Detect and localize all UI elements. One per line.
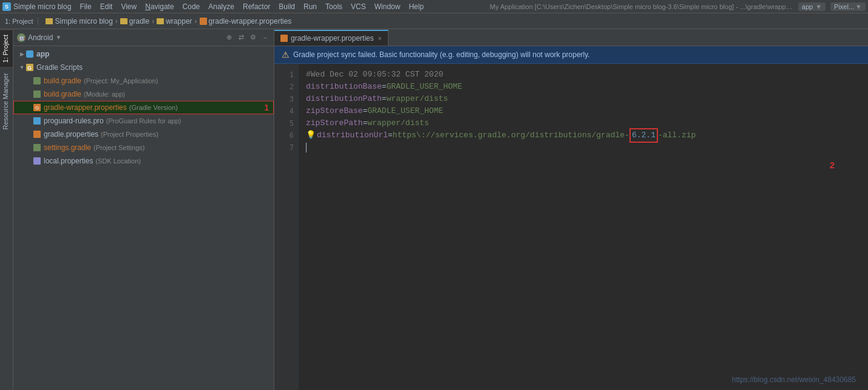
tree-sublabel-gradle-properties: (Project Properties) [101, 131, 158, 138]
project-panel: 🤖 Android ▼ ⊕ ⇄ ⚙ − ▶ app ▼ G G [13, 29, 274, 390]
menu-vcs[interactable]: VCS [347, 1, 370, 13]
app-name-label: Simple micro blog [13, 2, 71, 11]
light-bulb-icon: 💡 [306, 129, 316, 142]
editor-panel: gradle-wrapper.properties × ⚠ Gradle pro… [274, 29, 868, 390]
tab-label: gradle-wrapper.properties [291, 34, 374, 43]
tree-item-local-properties[interactable]: local.properties (SDK Location) [13, 154, 274, 168]
run-config[interactable]: app ▼ [798, 2, 826, 11]
sync-btn[interactable]: ⊕ [224, 33, 234, 43]
tree-arrow-app[interactable]: ▶ [18, 50, 25, 58]
settings-gradle-icon [33, 143, 41, 152]
code-key-2: distributionBase [306, 81, 382, 93]
sync-warning-bar: ⚠ Gradle project sync failed. Basic func… [274, 46, 868, 64]
bc-project: Simple micro blog [55, 17, 112, 26]
code-key-4: zipStoreBase [306, 105, 363, 117]
menu-edit[interactable]: Edit [97, 1, 117, 13]
tree-arrow-gradle-scripts[interactable]: ▼ [18, 64, 25, 71]
project-tab[interactable]: 1: Project [0, 29, 13, 67]
code-eq-6: = [388, 129, 393, 142]
line-num-7: 7 [274, 142, 299, 154]
breadcrumb-file[interactable]: gradle-wrapper.properties [200, 17, 292, 26]
wrapper-folder-icon [157, 18, 164, 24]
menu-help[interactable]: Help [405, 1, 427, 13]
resource-manager-tab[interactable]: Resource Manager [0, 67, 13, 135]
text-cursor [306, 143, 307, 152]
code-eq-3: = [382, 93, 387, 105]
code-editor[interactable]: 1 2 3 4 5 6 7 #Wed Dec 02 09:05:32 CST 2… [274, 64, 868, 390]
code-val-4: GRADLE_USER_HOME [367, 105, 443, 117]
properties-file-icon [200, 18, 207, 25]
annotation-1: 1 [264, 103, 269, 112]
tree-item-gradle-properties[interactable]: gradle.properties (Project Properties) [13, 128, 274, 141]
menu-tools[interactable]: Tools [322, 1, 346, 13]
menu-right: My Application [C:\Users\Zichen\Desktop\… [490, 2, 866, 11]
tree-item-gradle-wrapper[interactable]: G gradle-wrapper.properties (Gradle Vers… [13, 101, 274, 114]
code-key-3: distributionPath [306, 93, 382, 105]
code-line-1: #Wed Dec 02 09:05:32 CST 2020 [306, 69, 861, 81]
code-eq-2: = [382, 81, 387, 93]
menu-window[interactable]: Window [371, 1, 404, 13]
breadcrumb-wrapper[interactable]: wrapper [157, 17, 192, 26]
panel-dropdown-icon[interactable]: ▼ [55, 34, 61, 41]
svg-text:G: G [27, 65, 32, 71]
menu-file[interactable]: File [76, 1, 95, 13]
gradle-folder-icon [120, 18, 127, 24]
tree-item-build-gradle-project[interactable]: build.gradle (Project: My_Application) [13, 74, 274, 87]
vertical-tabs: 1: Project Resource Manager [0, 29, 13, 390]
line-num-6: 6 [274, 129, 299, 142]
breadcrumb-project[interactable]: Simple micro blog [46, 17, 112, 26]
code-content[interactable]: #Wed Dec 02 09:05:32 CST 2020 distributi… [299, 64, 868, 390]
project-tab-label[interactable]: 1: Project [5, 18, 33, 25]
code-url-prefix: https\://services.gradle.org/distributio… [393, 129, 629, 142]
code-eq-5: = [363, 117, 368, 129]
tree-sublabel-settings-gradle: (Project Settings) [93, 144, 144, 151]
tab-close-btn[interactable]: × [378, 35, 382, 42]
tree-item-settings-gradle[interactable]: settings.gradle (Project Settings) [13, 141, 274, 154]
app-folder-icon [25, 50, 34, 58]
editor-tab-active[interactable]: gradle-wrapper.properties × [274, 30, 388, 46]
close-panel-btn[interactable]: − [260, 33, 270, 43]
tree-item-proguard[interactable]: proguard-rules.pro (ProGuard Rules for a… [13, 114, 274, 128]
menu-code[interactable]: Code [179, 1, 204, 13]
tree-sublabel-proguard: (ProGuard Rules for app) [106, 117, 181, 125]
bc-wrapper: wrapper [166, 17, 192, 26]
settings-btn[interactable]: ⚙ [248, 33, 258, 43]
menu-analyze[interactable]: Analyze [205, 1, 238, 13]
app-branding: S Simple micro blog [2, 2, 71, 11]
gradle-scripts-icon: G [25, 63, 34, 72]
tab-icon-properties [280, 35, 288, 42]
code-line-3: distributionPath=wrapper/dists [306, 93, 861, 105]
tree-label-gradle-scripts: Gradle Scripts [36, 63, 83, 72]
menu-refactor[interactable]: Refactor [239, 1, 274, 13]
breadcrumb-sep-3: › [195, 17, 197, 26]
tree-label-proguard: proguard-rules.pro [44, 117, 104, 125]
gradle-properties-icon [33, 130, 41, 139]
bc-gradle: gradle [129, 17, 149, 26]
tree-item-gradle-scripts[interactable]: ▼ G Gradle Scripts [13, 61, 274, 74]
menu-build[interactable]: Build [275, 1, 299, 13]
breadcrumb-sep-2: › [152, 17, 154, 26]
build-gradle-module-icon [33, 90, 41, 98]
code-line-5: zipStorePath=wrapper/dists [306, 117, 861, 129]
panel-title-area: 🤖 Android ▼ [17, 33, 61, 42]
tree-label-gradle-wrapper: gradle-wrapper.properties [44, 103, 127, 112]
menu-bar: S Simple micro blog File Edit View Navig… [0, 0, 868, 13]
tree-sublabel-build-gradle-project: (Project: My_Application) [84, 77, 158, 84]
file-tree: ▶ app ▼ G Gradle Scripts build.gradle (P… [13, 46, 274, 390]
line-num-3: 3 [274, 93, 299, 105]
device-selector[interactable]: Pixel... ▼ [830, 2, 866, 11]
menu-navigate[interactable]: Navigate [141, 1, 177, 13]
project-folder-icon [46, 18, 53, 24]
version-highlight: 6.2.1 [629, 128, 658, 143]
menu-view[interactable]: View [117, 1, 140, 13]
watermark: https://blog.csdn.net/weixin_48430685 [732, 375, 856, 384]
breadcrumb-gradle[interactable]: gradle [120, 17, 149, 26]
tree-item-app[interactable]: ▶ app [13, 47, 274, 61]
panel-title-label: Android [28, 33, 53, 42]
local-properties-icon [33, 157, 41, 165]
collapse-btn[interactable]: ⇄ [236, 33, 246, 43]
tree-item-build-gradle-module[interactable]: build.gradle (Module: app) [13, 87, 274, 101]
menu-run[interactable]: Run [300, 1, 320, 13]
code-val-2: GRADLE_USER_HOME [387, 81, 463, 93]
main-layout: 1: Project Resource Manager 🤖 Android ▼ … [0, 29, 868, 390]
